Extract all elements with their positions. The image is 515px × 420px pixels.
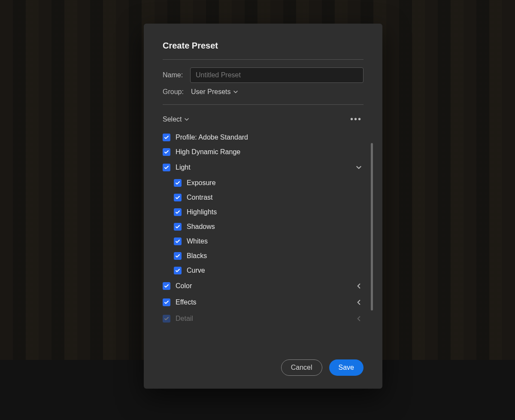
checkbox-contrast[interactable] (174, 194, 182, 201)
dialog-footer: Cancel Save (163, 347, 364, 376)
select-label: Select (163, 116, 182, 123)
option-light: Light (163, 159, 364, 176)
group-value: User Presets (191, 88, 230, 96)
form-section: Name: Group: User Presets (163, 60, 364, 104)
chevron-down-icon (233, 89, 238, 94)
save-button[interactable]: Save (329, 359, 364, 376)
option-color: Color (163, 278, 364, 294)
checkbox-color[interactable] (163, 282, 170, 290)
chevron-down-icon[interactable] (354, 163, 364, 172)
option-label: Whites (187, 237, 364, 245)
option-blacks: Blacks (163, 249, 364, 263)
option-shadows: Shadows (163, 219, 364, 234)
chevron-left-icon[interactable] (354, 314, 364, 323)
option-effects: Effects (163, 294, 364, 310)
option-contrast: Contrast (163, 190, 364, 205)
option-label: Highlights (187, 208, 364, 216)
option-curve: Curve (163, 263, 364, 278)
chevron-left-icon[interactable] (354, 298, 364, 307)
checkbox-blacks[interactable] (174, 252, 182, 260)
option-label: Shadows (187, 223, 364, 231)
checkbox-whites[interactable] (174, 237, 182, 245)
option-label: Profile: Adobe Standard (176, 134, 364, 141)
name-row: Name: (163, 67, 364, 83)
option-whites: Whites (163, 234, 364, 249)
option-label: Effects (176, 298, 354, 306)
more-options-button[interactable]: ••• (348, 113, 364, 126)
option-label: Light (176, 164, 354, 171)
option-label: Exposure (187, 179, 364, 187)
options-scroll-area: Profile: Adobe Standard High Dynamic Ran… (163, 130, 372, 347)
group-select[interactable]: User Presets (190, 88, 238, 96)
preset-name-input[interactable] (190, 67, 364, 83)
option-label: Color (176, 282, 354, 290)
chevron-left-icon[interactable] (354, 281, 364, 291)
checkbox-highlights[interactable] (174, 208, 182, 216)
option-profile: Profile: Adobe Standard (163, 130, 364, 145)
checkbox-detail[interactable] (163, 315, 170, 323)
option-label: Contrast (187, 194, 364, 201)
create-preset-dialog: Create Preset Name: Group: User Presets … (144, 24, 382, 389)
option-label: High Dynamic Range (176, 148, 364, 156)
group-row: Group: User Presets (163, 88, 364, 96)
scrollbar-thumb[interactable] (371, 143, 373, 310)
group-label: Group: (163, 88, 190, 96)
option-highlights: Highlights (163, 205, 364, 219)
option-hdr: High Dynamic Range (163, 145, 364, 159)
checkbox-profile[interactable] (163, 134, 170, 141)
option-label: Curve (187, 267, 364, 274)
checkbox-light[interactable] (163, 164, 170, 171)
checkbox-shadows[interactable] (174, 223, 182, 231)
checkbox-exposure[interactable] (174, 179, 182, 187)
option-label: Blacks (187, 252, 364, 260)
dialog-title: Create Preset (163, 41, 364, 51)
select-dropdown[interactable]: Select (163, 116, 189, 123)
option-detail: Detail (163, 310, 364, 327)
chevron-down-icon (184, 117, 189, 122)
cancel-button[interactable]: Cancel (281, 359, 322, 376)
checkbox-curve[interactable] (174, 267, 182, 274)
scrollbar-track[interactable] (370, 130, 373, 347)
options-list: Profile: Adobe Standard High Dynamic Ran… (163, 130, 364, 347)
checkbox-effects[interactable] (163, 298, 170, 306)
checkbox-hdr[interactable] (163, 148, 170, 156)
name-label: Name: (163, 71, 190, 79)
option-label: Detail (176, 315, 354, 323)
option-exposure: Exposure (163, 176, 364, 190)
select-bar: Select ••• (163, 105, 364, 130)
